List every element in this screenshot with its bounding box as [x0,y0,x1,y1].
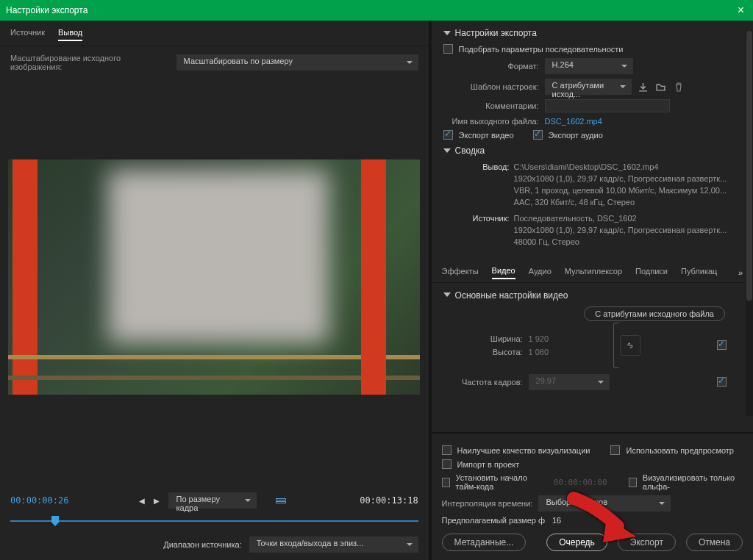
chevron-down-icon [443,148,451,157]
source-range-dropdown[interactable]: Точки входа/выхода в эпиз... [249,536,418,553]
play-icon[interactable]: ▶ [154,497,160,505]
render-alpha-label: Визуализировать только альфа- [643,473,743,491]
tabs-overflow-icon[interactable]: » [738,268,743,277]
tab-effects[interactable]: Эффекты [442,267,479,279]
fps-label: Частота кадров: [443,378,523,387]
chevron-down-icon [443,31,451,39]
tab-output[interactable]: Вывод [58,28,82,41]
width-label: Ширина: [443,334,523,343]
summary-output: Вывод:C:\Users\diami\Desktop\DSC_1602.mp… [465,162,741,209]
fps-dropdown[interactable]: 29,97 [529,374,610,390]
summary-source: Источник:Последовательность, DSC_1602 19… [465,213,741,248]
close-icon[interactable]: × [735,4,747,17]
time-interp-dropdown[interactable]: Выборка кадров [538,495,671,511]
render-alpha-checkbox[interactable] [629,478,637,487]
preview-fit-dropdown[interactable]: По размеру кадра [168,492,257,509]
output-name-link[interactable]: DSC_1602.mp4 [545,117,602,126]
export-audio-checkbox[interactable] [533,130,543,140]
titlebar: Настройки экспорта × [0,0,753,21]
preset-dropdown[interactable]: С атрибутами исход... [545,79,632,95]
tab-source[interactable]: Источник [10,28,45,41]
estimate-label: Предполагаемый размер ф [442,516,545,525]
use-previews-label: Использовать предпросмотр [626,446,734,455]
use-previews-checkbox[interactable] [610,445,620,455]
time-interp-label: Интерполяция времени: [442,499,533,508]
timecode-current[interactable]: 00:00:00:26 [10,495,68,506]
tab-audio[interactable]: Аудио [529,267,552,279]
metadata-button[interactable]: Метаданные... [442,534,527,551]
settings-pane: Настройки экспорта Подобрать параметры п… [432,21,753,560]
comment-input[interactable] [545,99,670,112]
max-quality-checkbox[interactable] [442,445,452,455]
timeline[interactable] [10,520,418,525]
estimate-value: 16 [552,516,561,525]
scrollbar[interactable] [746,31,753,416]
tab-video[interactable]: Видео [492,266,515,279]
scaling-dropdown[interactable]: Масштабировать по размеру [176,54,418,71]
export-settings-header[interactable]: Настройки экспорта [443,28,741,38]
format-label: Формат: [443,62,539,71]
start-tc-value: 00:00:00:00 [554,478,607,487]
link-dimensions-icon[interactable] [620,335,640,356]
download-preset-icon[interactable] [638,81,649,93]
export-audio-label: Экспорт аудио [549,131,603,140]
source-range-label: Диапазон источника: [163,540,241,549]
height-value: 1 080 [529,348,549,356]
set-start-tc-label: Установить начало тайм-кода [456,473,548,491]
tab-captions[interactable]: Подписи [635,267,668,279]
video-basic-header[interactable]: Основные настройки видео [443,290,741,301]
format-dropdown[interactable]: H.264 [545,58,633,74]
timecode-duration: 00:00:13:18 [360,495,418,506]
window-title: Настройки экспорта [6,5,88,15]
step-back-icon[interactable]: ◀ [139,497,145,505]
preset-label: Шаблон настроек: [443,82,539,91]
tab-publish[interactable]: Публикац [681,267,717,279]
match-sequence-label: Подобрать параметры последовательности [459,45,624,54]
match-sequence-checkbox[interactable] [443,44,453,54]
safe-margins-icon[interactable] [276,498,286,503]
delete-preset-icon[interactable] [673,81,685,93]
export-video-checkbox[interactable] [443,130,453,140]
tab-multiplexer[interactable]: Мультиплексор [565,267,622,279]
scaling-label: Масштабирование исходного изображения: [10,54,169,71]
export-video-label: Экспорт видео [459,131,514,140]
fps-match-checkbox[interactable] [717,377,727,387]
queue-button[interactable]: Очередь [546,534,607,551]
match-source-button[interactable]: С атрибутами исходного файла [584,306,725,321]
export-button[interactable]: Экспорт [618,534,676,551]
preview-pane: Источник Вывод Масштабирование исходного… [0,21,429,560]
import-project-checkbox[interactable] [442,459,452,469]
comment-label: Комментарии: [443,101,539,110]
import-project-label: Импорт в проект [457,460,520,469]
preview-image [8,159,420,395]
chevron-down-icon [443,292,451,301]
cancel-button[interactable]: Отмена [686,534,743,551]
max-quality-label: Наилучшее качество визуализации [457,446,590,455]
set-start-tc-checkbox[interactable] [442,478,450,487]
import-preset-icon[interactable] [655,81,667,93]
dimensions-match-checkbox[interactable] [717,340,727,350]
playhead-icon[interactable] [51,516,59,526]
output-name-label: Имя выходного файла: [443,117,539,126]
height-label: Высота: [443,348,523,356]
summary-header[interactable]: Сводка [443,146,741,156]
width-value: 1 920 [529,334,549,343]
